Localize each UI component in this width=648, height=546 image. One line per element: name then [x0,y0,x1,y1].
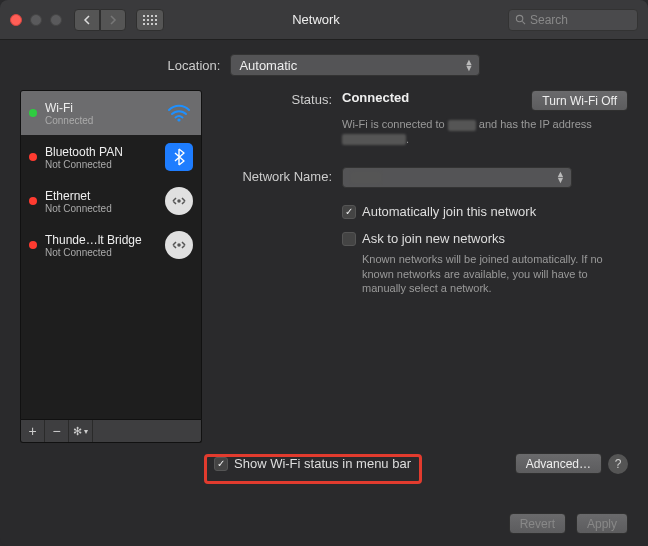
redacted-network-name [351,172,381,183]
interface-list: Wi-Fi Connected Bluetooth PAN Not Connec… [20,90,202,420]
revert-button[interactable]: Revert [509,513,566,534]
window-title: Network [174,12,508,27]
body: Wi-Fi Connected Bluetooth PAN Not Connec… [0,90,648,443]
main-panel: Status: Connected Turn Wi-Fi Off Wi-Fi i… [214,90,628,443]
search-placeholder: Search [530,13,568,27]
status-label: Status: [214,90,342,111]
svg-rect-9 [147,23,149,25]
close-window-button[interactable] [10,14,22,26]
search-icon [515,14,526,25]
network-name-select[interactable]: ▲▼ [342,167,572,188]
location-value: Automatic [239,58,297,73]
search-field[interactable]: Search [508,9,638,31]
sidebar-item-name: Ethernet [45,189,157,203]
redacted-ip [342,134,406,145]
svg-rect-1 [147,15,149,17]
auto-join-checkbox[interactable] [342,205,356,219]
sidebar-item-thunderbolt-bridge[interactable]: Thunde…lt Bridge Not Connected [21,223,201,267]
svg-rect-8 [143,23,145,25]
footer-buttons: Revert Apply [509,513,628,534]
sidebar-toolbar: + − ✻▾ [20,420,202,443]
zoom-window-button[interactable] [50,14,62,26]
advanced-button[interactable]: Advanced… [515,453,602,474]
sidebar-item-bluetooth-pan[interactable]: Bluetooth PAN Not Connected [21,135,201,179]
svg-point-14 [177,118,180,121]
wifi-icon [165,99,193,127]
svg-line-13 [522,21,525,24]
sidebar-item-status: Not Connected [45,159,157,170]
thunderbolt-icon [165,231,193,259]
sidebar-item-name: Wi-Fi [45,101,157,115]
auto-join-label: Automatically join this network [362,204,536,219]
chevron-updown-icon: ▲▼ [556,171,565,183]
svg-rect-11 [155,23,157,25]
remove-interface-button[interactable]: − [45,420,69,442]
show-all-button[interactable] [136,9,164,31]
svg-rect-10 [151,23,153,25]
svg-rect-0 [143,15,145,17]
ask-join-label: Ask to join new networks [362,231,505,246]
apply-button[interactable]: Apply [576,513,628,534]
add-interface-button[interactable]: + [21,420,45,442]
location-select[interactable]: Automatic ▲▼ [230,54,480,76]
network-prefs-window: Network Search Location: Automatic ▲▼ Wi… [0,0,648,546]
help-button[interactable]: ? [608,454,628,474]
svg-rect-2 [151,15,153,17]
svg-rect-3 [155,15,157,17]
nav-buttons [74,9,126,31]
svg-rect-7 [155,19,157,21]
chevron-down-icon: ▾ [84,427,88,436]
location-row: Location: Automatic ▲▼ [0,40,648,90]
sidebar-item-name: Thunde…lt Bridge [45,233,157,247]
sidebar-item-ethernet[interactable]: Ethernet Not Connected [21,179,201,223]
status-dot-icon [29,153,37,161]
show-menubar-label: Show Wi-Fi status in menu bar [234,456,411,471]
svg-point-15 [178,200,180,202]
traffic-lights [10,14,62,26]
ask-join-checkbox[interactable] [342,232,356,246]
turn-wifi-off-button[interactable]: Turn Wi-Fi Off [531,90,628,111]
nav-forward-button[interactable] [100,9,126,31]
grid-icon [143,15,157,25]
chevron-updown-icon: ▲▼ [464,59,473,71]
status-dot-icon [29,241,37,249]
sidebar-item-wifi[interactable]: Wi-Fi Connected [21,91,201,135]
ask-join-description: Known networks will be joined automatica… [342,252,628,297]
svg-rect-6 [151,19,153,21]
bottom-row: Show Wi-Fi status in menu bar Advanced… … [0,453,648,474]
svg-rect-5 [147,19,149,21]
status-dot-icon [29,197,37,205]
nav-back-button[interactable] [74,9,100,31]
titlebar: Network Search [0,0,648,40]
sidebar-item-status: Connected [45,115,157,126]
svg-point-16 [178,244,180,246]
minimize-window-button[interactable] [30,14,42,26]
sidebar-item-name: Bluetooth PAN [45,145,157,159]
status-description: Wi-Fi is connected to and has the IP add… [342,117,628,147]
network-name-label: Network Name: [214,167,342,188]
redacted-ssid [448,120,476,131]
interface-actions-button[interactable]: ✻▾ [69,420,93,442]
gear-icon: ✻ [73,425,82,438]
svg-rect-4 [143,19,145,21]
bluetooth-icon [165,143,193,171]
show-menubar-checkbox[interactable] [214,457,228,471]
status-value: Connected [342,90,409,105]
ethernet-icon [165,187,193,215]
sidebar: Wi-Fi Connected Bluetooth PAN Not Connec… [20,90,202,443]
sidebar-item-status: Not Connected [45,247,157,258]
status-dot-icon [29,109,37,117]
sidebar-item-status: Not Connected [45,203,157,214]
location-label: Location: [168,58,221,73]
svg-point-12 [516,15,522,21]
